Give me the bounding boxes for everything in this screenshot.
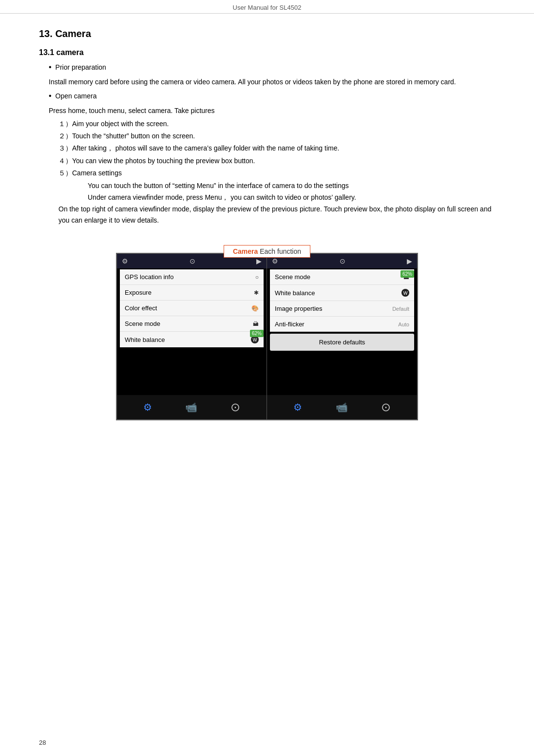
bullet-label-open: Open camera — [56, 91, 97, 101]
bullet-dot: • — [49, 62, 52, 73]
numbered-item-5: ５）Camera settings — [58, 168, 495, 178]
numbered-item-4: ４）You can view the photos by touching th… — [58, 155, 495, 166]
camera-label-rest: Each function — [258, 247, 301, 255]
page-header: User Manual for SL4502 — [0, 0, 534, 14]
screens-container: ⚙ ⊙ ▶ GPS location info ○ Exposure ✱ — [116, 253, 418, 420]
numbered-item-1: １）Aim your object with the screen. — [58, 118, 495, 129]
chapter-title: 13. Camera — [39, 28, 495, 39]
progress-badge-left: 62% — [250, 330, 264, 337]
menu-item-scene-label-right: Scene mode — [275, 273, 310, 281]
header-title: User Manual for SL4502 — [233, 4, 302, 11]
progress-badge-right: 62% — [400, 270, 414, 278]
video-icon: ▶ — [256, 257, 262, 265]
menu-item-color-label: Color effect — [125, 304, 157, 312]
menu-item-antiflicker[interactable]: Anti-flicker Auto — [270, 317, 414, 332]
left-menu-list: GPS location info ○ Exposure ✱ Color eff… — [120, 269, 264, 347]
menu-item-exposure-label: Exposure — [125, 289, 152, 296]
indent-item-3: On the top right of camera viewfinder mo… — [58, 204, 495, 226]
video-icon-right-bottom: 📹 — [336, 401, 348, 413]
camera-label-box: Camera Each function — [224, 240, 310, 253]
bullet-open-camera: • Open camera — [49, 91, 495, 103]
menu-item-wb-label-left: White balance — [125, 336, 165, 343]
bullet-prior-preparation: • Prior preparation — [49, 62, 495, 75]
section-title: 13.1 camera — [39, 48, 495, 57]
restore-defaults-button[interactable]: Restore defaults — [270, 334, 414, 351]
video-icon-left: 📹 — [185, 401, 197, 413]
page-number: 28 — [39, 739, 46, 746]
menu-item-af-label: Anti-flicker — [275, 321, 305, 328]
menu-item-scene-label-left: Scene mode — [125, 320, 160, 327]
camera-label-bold: Camera — [233, 247, 258, 255]
menu-item-scene-right[interactable]: Scene mode 🏔 — [270, 269, 414, 285]
bullet-label-prior: Prior preparation — [56, 62, 106, 73]
indent-item-1: You can touch the button of “setting Men… — [88, 180, 495, 191]
gear-icon-right: ⚙ — [293, 401, 302, 413]
camera-icon: ⊙ — [190, 257, 195, 265]
numbered-item-2: ２）Touch the “shutter” button on the scre… — [58, 131, 495, 141]
menu-item-af-value: Auto — [398, 321, 409, 327]
numbered-item-3: ３）After taking， photos will save to the … — [58, 143, 495, 153]
video-icon-right: ▶ — [407, 257, 412, 265]
prior-preparation-text: Install memory card before using the cam… — [49, 76, 495, 87]
shutter-icon-right: ⊙ — [381, 400, 391, 414]
menu-item-scene-left[interactable]: Scene mode 🏔 — [120, 316, 264, 332]
menu-item-wb-left[interactable]: White balance w — [120, 332, 264, 347]
settings-icon-right: ⚙ — [272, 257, 278, 265]
menu-item-color-effect[interactable]: Color effect 🎨 62% — [120, 301, 264, 316]
menu-item-exposure-icon: ✱ — [254, 289, 259, 296]
camera-icon-right: ⊙ — [340, 257, 345, 265]
camera-label: Camera Each function — [224, 245, 310, 258]
menu-item-color-icon: 🎨 — [251, 305, 259, 312]
menu-item-img-value: Default — [392, 306, 409, 312]
menu-item-gps[interactable]: GPS location info ○ — [120, 269, 264, 285]
camera-section: Camera Each function ⚙ ⊙ ▶ GPS location … — [39, 240, 495, 420]
menu-item-image-props[interactable]: Image properties Default — [270, 301, 414, 317]
open-camera-text: Press home, touch menu, select camera. T… — [49, 105, 495, 116]
shutter-icon-left: ⊙ — [230, 400, 240, 414]
menu-item-scene-icon-left: 🏔 — [253, 321, 259, 327]
menu-item-wb-right[interactable]: White balance w — [270, 285, 414, 301]
menu-item-exposure[interactable]: Exposure ✱ — [120, 285, 264, 301]
right-menu-list: 62% Scene mode 🏔 White balance w Image p… — [270, 269, 414, 332]
menu-item-wb-label-right: White balance — [275, 289, 315, 297]
menu-item-img-label: Image properties — [275, 305, 323, 312]
left-screen: ⚙ ⊙ ▶ GPS location info ○ Exposure ✱ — [117, 254, 267, 419]
settings-icon: ⚙ — [122, 257, 128, 265]
right-bottom-bar: ⚙ 📹 ⊙ — [267, 395, 417, 419]
menu-item-gps-label: GPS location info — [125, 273, 173, 281]
bullet-dot-2: • — [49, 91, 52, 101]
gear-icon-left: ⚙ — [143, 401, 152, 413]
menu-item-gps-icon: ○ — [255, 274, 259, 281]
right-screen: ⚙ ⊙ ▶ 62% Scene mode 🏔 White balance w — [267, 254, 417, 419]
indent-item-2: Under camera viewfinder mode, press Menu… — [88, 192, 495, 203]
left-bottom-bar: ⚙ 📹 ⊙ — [117, 395, 267, 419]
menu-item-wb-icon-right: w — [401, 289, 409, 297]
